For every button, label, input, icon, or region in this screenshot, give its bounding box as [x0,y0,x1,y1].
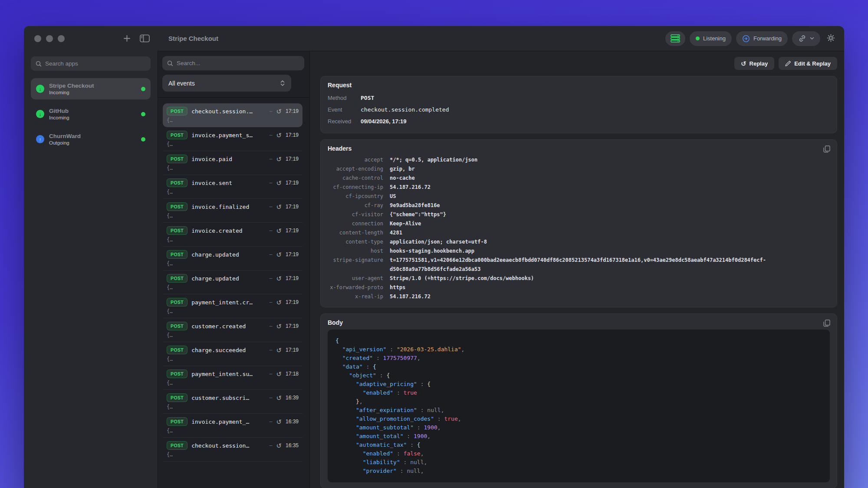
add-app-button[interactable] [122,33,132,43]
header-row: stripe-signaturet=1775751581,v1=42066e12… [328,256,830,274]
method-badge: POST [167,131,187,139]
event-list-item[interactable]: POSTcheckout.session…–↺16:35{… [163,438,302,462]
request-field-label: Method [328,92,361,104]
copy-body-button[interactable] [822,319,831,329]
copy-headers-button[interactable] [822,145,831,155]
apps-search-input[interactable] [45,60,146,67]
sidebar-toggle-button[interactable] [139,33,151,43]
header-row: x-forwarded-protohttps [328,283,830,292]
event-list-item[interactable]: POSTcustomer.subscri…–↺16:39{… [163,390,302,414]
minimize-button[interactable] [46,35,53,42]
code-line: "allow_promotion_codes" : true, [335,415,822,423]
event-list-item[interactable]: POSTinvoice.finalized–↺17:19{… [163,199,302,223]
replay-icon[interactable]: ↺ [276,204,282,210]
replay-icon[interactable]: ↺ [276,323,282,330]
events-search-input[interactable] [177,60,299,66]
replay-icon[interactable]: ↺ [276,419,282,425]
header-value: 54.187.216.72 [390,183,431,192]
header-value: https [390,283,405,292]
app-window: Stripe Checkout [24,26,844,488]
event-list: POSTcheckout.session.…–↺17:19{…POSTinvoi… [158,98,309,488]
header-value: US [390,192,396,201]
apps-searchbox[interactable] [31,56,151,71]
event-body-preview: {… [167,356,299,362]
event-body-preview: {… [167,213,299,219]
forwarding-status-button[interactable]: Forwarding [736,31,788,46]
event-time: 17:19 [286,228,299,234]
event-list-item[interactable]: POSTinvoice.payment_…–↺16:39{… [163,414,302,438]
request-row: MethodPOST [328,92,830,104]
sidebar-item-stripe-checkout[interactable]: ↓Stripe CheckoutIncoming [31,78,151,99]
listening-status-button[interactable]: Listening [690,31,732,46]
header-key: accept [328,155,383,165]
request-field-label: Received [328,115,361,127]
request-detail-panel: ↺ Replay Edit & Replay Request MethodPOS… [310,51,844,488]
replay-icon[interactable]: ↺ [276,299,282,306]
code-line: { [335,336,822,345]
method-badge: POST [167,202,187,211]
event-list-item[interactable]: POSTpayment_intent.cr…–↺17:19{… [163,294,302,318]
titlebar: Stripe Checkout [24,26,844,51]
replay-icon[interactable]: ↺ [276,156,282,162]
header-row: cf-ipcountryUS [328,192,830,201]
header-key: user-agent [328,274,383,283]
event-list-item[interactable]: POSTinvoice.payment_s…–↺17:19{… [163,127,302,151]
edit-replay-button[interactable]: Edit & Replay [779,57,837,70]
event-filter-select[interactable]: All events [162,75,291,92]
replay-icon[interactable]: ↺ [276,371,282,377]
event-list-item[interactable]: POSTpayment_intent.su…–↺17:18{… [163,366,302,390]
replay-icon[interactable]: ↺ [276,132,282,138]
replay-icon[interactable]: ↺ [276,395,282,401]
event-list-item[interactable]: POSTcheckout.session.…–↺17:19{… [163,103,302,127]
method-badge: POST [167,178,187,187]
method-badge: POST [167,250,187,259]
replay-icon[interactable]: ↺ [276,275,282,282]
event-body-preview: {… [167,165,299,171]
event-list-item[interactable]: POSTinvoice.created–↺17:19{… [163,223,302,247]
event-list-item[interactable]: POSTcharge.updated–↺17:19{… [163,270,302,294]
header-value: 4281 [390,228,402,237]
listening-label: Listening [703,35,726,42]
event-list-item[interactable]: POSTinvoice.paid–↺17:19{… [163,151,302,175]
header-key: x-forwarded-proto [328,283,383,292]
event-body-preview: {… [167,332,299,338]
settings-button[interactable] [825,32,837,46]
gear-icon [826,33,835,43]
status-dash: – [270,156,273,162]
code-line: "liability" : null, [335,458,822,467]
event-list-item[interactable]: POSTinvoice.sent–↺17:19{… [163,175,302,199]
link-icon [798,34,806,43]
event-name: invoice.sent [191,180,266,186]
replay-icon[interactable]: ↺ [276,442,282,449]
status-dash: – [270,228,273,234]
replay-icon[interactable]: ↺ [276,228,282,234]
server-stack-icon [671,34,680,43]
replay-icon[interactable]: ↺ [276,251,282,258]
event-name: checkout.session… [191,442,266,449]
zoom-button[interactable] [58,35,65,42]
headers-rows: accept*/*; q=0.5, application/jsonaccept… [328,155,830,301]
event-list-item[interactable]: POSTcharge.succeeded–↺17:19{… [163,342,302,366]
header-value: 54.187.216.72 [390,292,431,301]
sidebar-item-github[interactable]: ↓GitHubIncoming [31,103,151,125]
status-dot [141,137,145,142]
sidebar-item-churnward[interactable]: ↑ChurnWardOutgoing [31,129,151,150]
detail-actions: ↺ Replay Edit & Replay [320,57,837,70]
replay-icon[interactable]: ↺ [276,347,282,353]
event-time: 16:39 [286,419,299,425]
close-button[interactable] [34,35,41,42]
event-list-item[interactable]: POSTcustomer.created–↺17:19{… [163,318,302,342]
replay-icon[interactable]: ↺ [276,108,282,115]
event-time: 17:19 [286,132,299,138]
event-time: 17:19 [286,180,299,186]
header-row: cf-ray9e9ad5ba28fe816e [328,201,830,210]
header-key: x-real-ip [328,292,383,301]
events-searchbox[interactable] [162,56,304,70]
event-log-button[interactable] [665,31,685,46]
replay-icon[interactable]: ↺ [276,180,282,186]
replay-button[interactable]: ↺ Replay [734,57,774,70]
header-value: Stripe/1.0 (+https://stripe.com/docs/web… [390,274,534,283]
traffic-lights [34,35,65,42]
event-list-item[interactable]: POSTcharge.updated–↺17:19{… [163,247,302,270]
connection-url-button[interactable] [792,31,820,46]
